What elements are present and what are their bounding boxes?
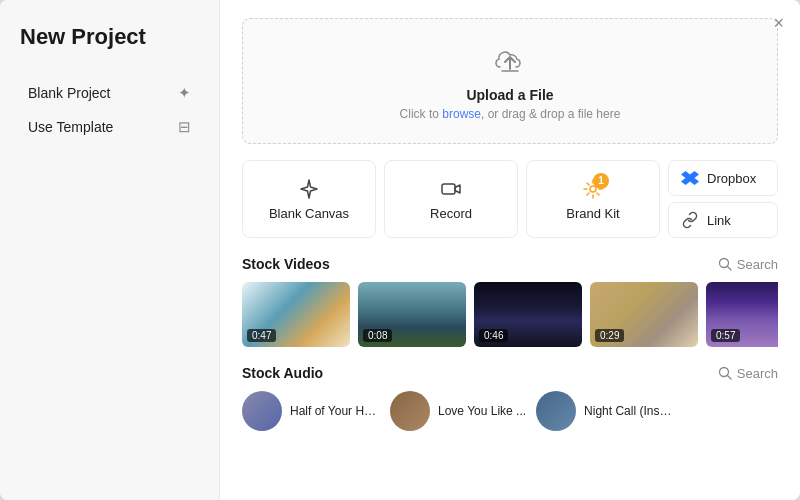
video-thumb-1[interactable]: 0:08 [358, 282, 466, 347]
link-label: Link [707, 213, 731, 228]
dropbox-label: Dropbox [707, 171, 756, 186]
dropbox-icon [681, 169, 699, 187]
browse-link[interactable]: browse [442, 107, 481, 121]
blank-canvas-label: Blank Canvas [269, 206, 349, 221]
audio-thumb-1 [390, 391, 430, 431]
video-thumb-4[interactable]: 0:57 [706, 282, 778, 347]
sparkle-icon: ✦ [178, 84, 191, 102]
brand-kit-label: Brand Kit [566, 206, 619, 221]
video-duration-2: 0:46 [479, 329, 508, 342]
stock-videos-search[interactable]: Search [718, 257, 778, 272]
video-duration-1: 0:08 [363, 329, 392, 342]
brand-kit-badge: 1 [593, 173, 609, 189]
sidebar-item-blank-project[interactable]: Blank Project ✦ [20, 78, 199, 108]
svg-rect-0 [442, 184, 455, 194]
video-thumb-2[interactable]: 0:46 [474, 282, 582, 347]
brand-kit-button[interactable]: 1 Brand Kit [526, 160, 660, 238]
blank-project-label: Blank Project [28, 85, 110, 101]
video-thumb-3[interactable]: 0:29 [590, 282, 698, 347]
sidebar: New Project Blank Project ✦ Use Template… [0, 0, 220, 500]
brand-kit-icon-wrap: 1 [582, 178, 604, 200]
close-button[interactable]: × [773, 14, 784, 32]
record-icon [440, 178, 462, 200]
stock-videos-header: Stock Videos Search [242, 256, 778, 272]
new-project-modal: New Project Blank Project ✦ Use Template… [0, 0, 800, 500]
record-button[interactable]: Record [384, 160, 518, 238]
audio-search-icon [718, 366, 732, 380]
video-duration-0: 0:47 [247, 329, 276, 342]
link-button[interactable]: Link [668, 202, 778, 238]
stock-audio-title: Stock Audio [242, 365, 323, 381]
upload-title: Upload a File [466, 87, 553, 103]
sidebar-item-use-template[interactable]: Use Template ⊟ [20, 112, 199, 142]
link-icon [681, 211, 699, 229]
search-icon [718, 257, 732, 271]
audio-label-2: Night Call (Instr... [584, 404, 674, 418]
upload-area[interactable]: Upload a File Click to browse, or drag &… [242, 18, 778, 144]
video-thumb-0[interactable]: 0:47 [242, 282, 350, 347]
stock-audio-search[interactable]: Search [718, 366, 778, 381]
stock-videos-row: 0:47 0:08 0:46 0:29 0:57 [242, 282, 778, 347]
sidebar-title: New Project [20, 24, 199, 50]
record-label: Record [430, 206, 472, 221]
sparkle-canvas-icon [298, 178, 320, 200]
audio-label-1: Love You Like ... [438, 404, 526, 418]
audio-item-0[interactable]: Half of Your He... [242, 391, 380, 431]
audio-thumb-2 [536, 391, 576, 431]
upload-subtitle: Click to browse, or drag & drop a file h… [400, 107, 621, 121]
use-template-label: Use Template [28, 119, 113, 135]
video-duration-3: 0:29 [595, 329, 624, 342]
action-row: Blank Canvas Record [242, 160, 778, 238]
audio-label-0: Half of Your He... [290, 404, 380, 418]
video-duration-4: 0:57 [711, 329, 740, 342]
stock-videos-title: Stock Videos [242, 256, 330, 272]
stock-audio-row: Half of Your He... Love You Like ... Nig… [242, 391, 778, 431]
side-actions: Dropbox Link [668, 160, 778, 238]
main-content: × Upload a File Click to browse, or drag… [220, 0, 800, 500]
template-icon: ⊟ [178, 118, 191, 136]
stock-audio-header: Stock Audio Search [242, 365, 778, 381]
audio-item-1[interactable]: Love You Like ... [390, 391, 526, 431]
audio-item-2[interactable]: Night Call (Instr... [536, 391, 674, 431]
dropbox-button[interactable]: Dropbox [668, 160, 778, 196]
blank-canvas-button[interactable]: Blank Canvas [242, 160, 376, 238]
audio-thumb-0 [242, 391, 282, 431]
upload-icon [494, 47, 526, 79]
